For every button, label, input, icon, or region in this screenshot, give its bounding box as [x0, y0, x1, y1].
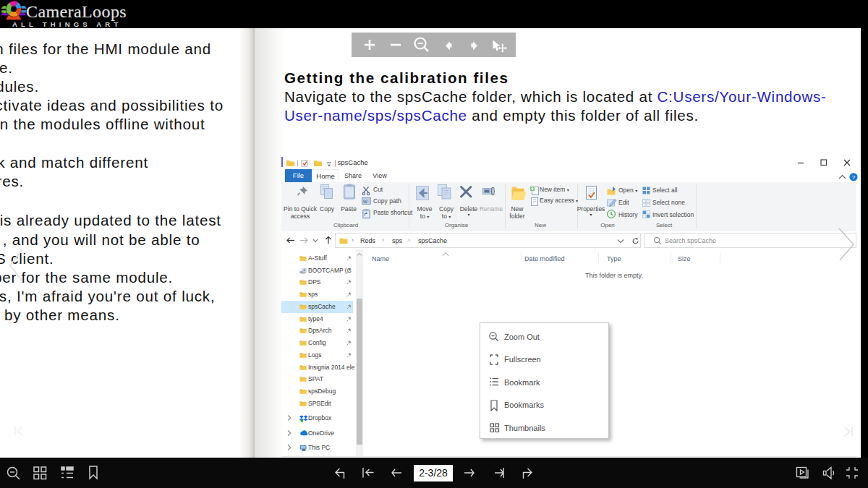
svg-text:W: W	[363, 200, 367, 204]
svg-text:?: ?	[852, 174, 856, 181]
